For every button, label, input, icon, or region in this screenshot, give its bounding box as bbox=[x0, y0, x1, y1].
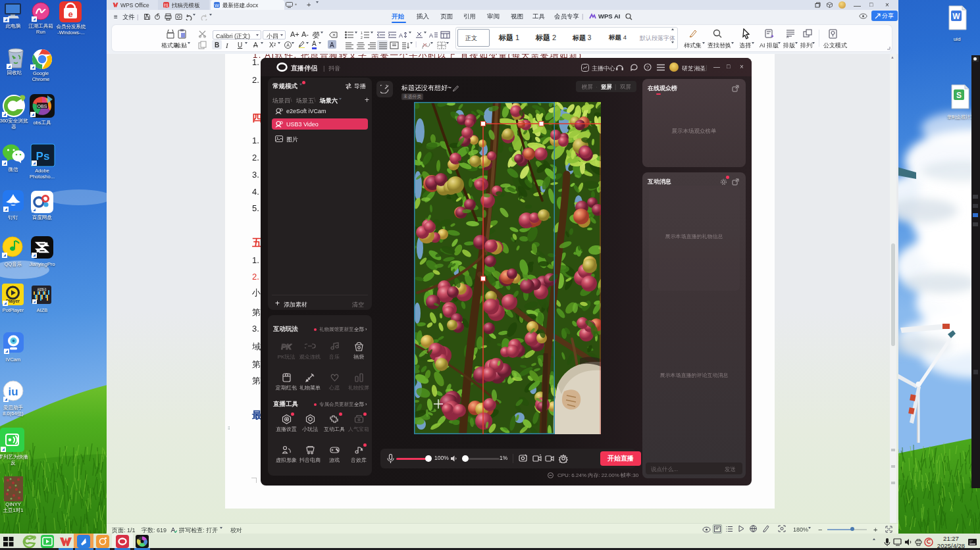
svg-text:W: W bbox=[215, 3, 219, 8]
svg-text:A: A bbox=[787, 35, 789, 39]
svg-text:W: W bbox=[952, 12, 960, 21]
svg-text:?: ? bbox=[646, 65, 649, 70]
svg-text:A: A bbox=[399, 32, 403, 39]
svg-text:找: 找 bbox=[163, 3, 168, 8]
svg-text:iu: iu bbox=[8, 386, 18, 398]
svg-text:PK: PK bbox=[281, 343, 292, 351]
svg-text:2: 2 bbox=[361, 36, 363, 39]
svg-text:1: 1 bbox=[361, 31, 363, 35]
svg-text:OBS: OBS bbox=[38, 104, 47, 109]
svg-text:Player: Player bbox=[6, 299, 20, 304]
svg-text:AIZB-3: AIZB-3 bbox=[37, 288, 47, 291]
svg-text:Ps: Ps bbox=[36, 150, 50, 162]
svg-text:S: S bbox=[956, 91, 962, 100]
svg-text:e: e bbox=[68, 9, 72, 19]
svg-text:A: A bbox=[429, 32, 433, 39]
svg-text:A: A bbox=[286, 43, 290, 47]
